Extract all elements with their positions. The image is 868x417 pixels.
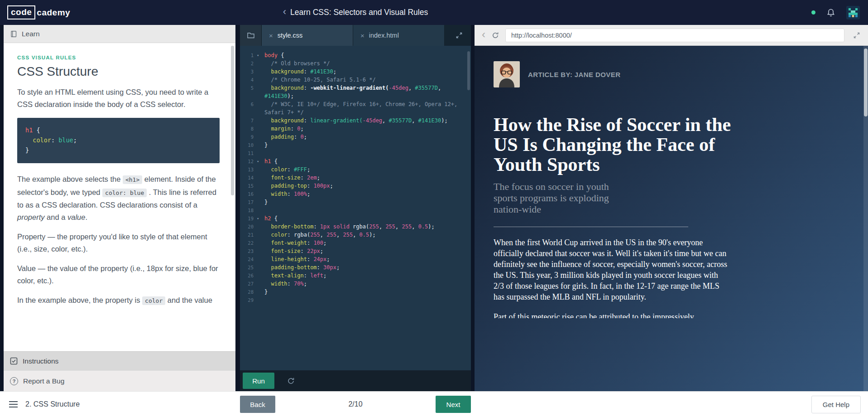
code-line[interactable]: 15 padding-top: 100px; xyxy=(240,182,471,190)
code-line[interactable]: 18 xyxy=(240,206,471,214)
code-line[interactable]: 4 /* Chrome 10-25, Safari 5.1-6 */ xyxy=(240,76,471,84)
code-line[interactable]: 24 line-height: 24px; xyxy=(240,255,471,263)
refresh-icon[interactable] xyxy=(287,377,295,385)
inline-code: color xyxy=(142,296,165,305)
code-line[interactable]: 6 /* W3C, IE 10+/ Edge, Firefox 16+, Chr… xyxy=(240,100,471,116)
line-number: 16 xyxy=(240,190,254,198)
editor-expand-button[interactable] xyxy=(447,25,471,46)
code-text: line-height: 24px; xyxy=(264,255,469,263)
code-line[interactable]: 13 color: #FFF; xyxy=(240,165,471,174)
code-line[interactable]: 2 /* Old browsers */ xyxy=(240,59,471,68)
code-line[interactable]: 7 background: linear-gradient(-45deg, #3… xyxy=(240,116,471,125)
code-line[interactable]: 17} xyxy=(240,198,471,206)
code-line[interactable]: 9 padding: 0; xyxy=(240,133,471,141)
url-field[interactable]: http://localhost:8000/ xyxy=(505,29,844,42)
code-line[interactable]: 22 font-weight: 100; xyxy=(240,239,471,247)
code-text: margin: 0; xyxy=(264,125,469,133)
course-title-link[interactable]: ‹ Learn CSS: Selectors and Visual Rules xyxy=(240,0,471,25)
code-line[interactable]: 25 padding-bottom: 30px; xyxy=(240,263,471,272)
code-line[interactable]: 5 background: -webkit-linear-gradient(-4… xyxy=(240,84,471,100)
get-help-button[interactable]: Get Help xyxy=(811,396,861,413)
line-number: 24 xyxy=(240,255,254,263)
fold-arrow-icon[interactable]: ▾ xyxy=(257,157,259,165)
editor-scrollbar[interactable] xyxy=(467,51,470,90)
code-text: font-size: 22px; xyxy=(264,247,469,255)
fold-arrow-icon[interactable]: ▾ xyxy=(257,51,259,59)
line-number: 22 xyxy=(240,239,254,247)
code-line[interactable]: 19▾h2 { xyxy=(240,214,471,223)
code-text: body { xyxy=(264,51,469,59)
preview-expand-button[interactable] xyxy=(851,32,863,39)
code-line[interactable]: 29 xyxy=(240,296,471,304)
code-line[interactable]: 16 width: 100%; xyxy=(240,190,471,198)
lesson-code-line: } xyxy=(25,145,211,155)
code-line[interactable]: 20 border-bottom: 1px solid rgba(255, 25… xyxy=(240,223,471,231)
code-text: /* Old browsers */ xyxy=(264,59,469,68)
learn-header[interactable]: Learn xyxy=(4,25,235,43)
code-text: text-align: left; xyxy=(264,272,469,280)
code-line[interactable]: 12▾h1 { xyxy=(240,157,471,165)
instructions-section[interactable]: Instructions xyxy=(4,351,235,370)
line-number: 7 xyxy=(240,116,254,125)
tab-index.html[interactable]: ×index.html xyxy=(353,25,445,46)
line-number: 3 xyxy=(240,68,254,76)
fold-arrow-icon[interactable]: ▾ xyxy=(257,214,259,223)
code-text: /* W3C, IE 10+/ Edge, Firefox 16+, Chrom… xyxy=(264,100,469,116)
code-area[interactable]: 1▾body {2 /* Old browsers */3 background… xyxy=(240,46,471,370)
code-editor-panel: ×style.css×index.html 1▾body {2 /* Old b… xyxy=(240,25,471,391)
line-number: 27 xyxy=(240,280,254,288)
code-text: } xyxy=(264,288,469,296)
line-number: 4 xyxy=(240,76,254,84)
code-text: width: 100%; xyxy=(264,190,469,198)
line-number: 15 xyxy=(240,182,254,190)
tab-close-icon[interactable]: × xyxy=(269,32,273,39)
checkbox-icon xyxy=(10,357,18,365)
line-number: 12 xyxy=(240,157,254,165)
article-paragraph: When the first World Cup arrived in the … xyxy=(494,237,729,302)
back-button[interactable]: Back xyxy=(240,396,275,413)
question-icon: ? xyxy=(10,377,18,385)
bell-icon[interactable] xyxy=(826,8,835,17)
progress-indicator: 2/10 xyxy=(348,400,362,408)
editor-tabbar: ×style.css×index.html xyxy=(240,25,471,46)
line-number: 13 xyxy=(240,165,254,174)
line-number: 29 xyxy=(240,296,254,304)
code-text: color: rgba(255, 255, 255, 0.5); xyxy=(264,231,469,239)
tab-close-icon[interactable]: × xyxy=(360,32,364,39)
code-line[interactable]: 3 background: #141E30; xyxy=(240,68,471,76)
report-bug-section[interactable]: ? Report a Bug xyxy=(4,370,235,391)
code-line[interactable]: 27 width: 70%; xyxy=(240,280,471,288)
user-avatar[interactable] xyxy=(846,6,860,19)
code-text: h1 { xyxy=(264,157,469,165)
browser-refresh-icon[interactable] xyxy=(492,32,499,39)
run-button[interactable]: Run xyxy=(243,373,274,389)
code-line[interactable]: 23 font-size: 22px; xyxy=(240,247,471,255)
lesson-code-example: h1 { color: blue;} xyxy=(17,118,220,163)
lesson-breadcrumb: 2. CSS Structure xyxy=(25,400,80,408)
tab-style.css[interactable]: ×style.css xyxy=(262,25,353,46)
code-line[interactable]: 1▾body { xyxy=(240,51,471,59)
lesson-paragraph: To style an HTML element using CSS, you … xyxy=(17,86,220,110)
footer-right: Get Help xyxy=(811,392,861,417)
file-tree-button[interactable] xyxy=(240,25,262,46)
learn-scrollbar[interactable] xyxy=(231,46,234,195)
code-text: padding-top: 100px; xyxy=(264,182,469,190)
inline-code: <h1> xyxy=(123,175,142,184)
codecademy-logo[interactable]: code cademy xyxy=(7,5,70,19)
menu-icon[interactable] xyxy=(9,401,18,407)
lesson-paragraph: Value — the value of the property (i.e.,… xyxy=(17,262,220,286)
code-line[interactable]: 8 margin: 0; xyxy=(240,125,471,133)
next-button[interactable]: Next xyxy=(436,396,471,413)
code-line[interactable]: 10} xyxy=(240,141,471,149)
preview-scrollbar-thumb[interactable] xyxy=(864,48,868,116)
code-text: width: 70%; xyxy=(264,280,469,288)
code-line[interactable]: 14 font-size: 2em; xyxy=(240,174,471,182)
code-line[interactable]: 26 text-align: left; xyxy=(240,272,471,280)
code-line[interactable]: 21 color: rgba(255, 255, 255, 0.5); xyxy=(240,231,471,239)
footer-left: 2. CSS Structure xyxy=(9,392,80,417)
code-line[interactable]: 11 xyxy=(240,149,471,157)
learn-panel: Learn CSS VISUAL RULES CSS Structure To … xyxy=(4,25,235,391)
browser-back-icon[interactable]: ‹ xyxy=(482,29,485,40)
code-line[interactable]: 28} xyxy=(240,288,471,296)
tab-label: index.html xyxy=(369,32,399,39)
